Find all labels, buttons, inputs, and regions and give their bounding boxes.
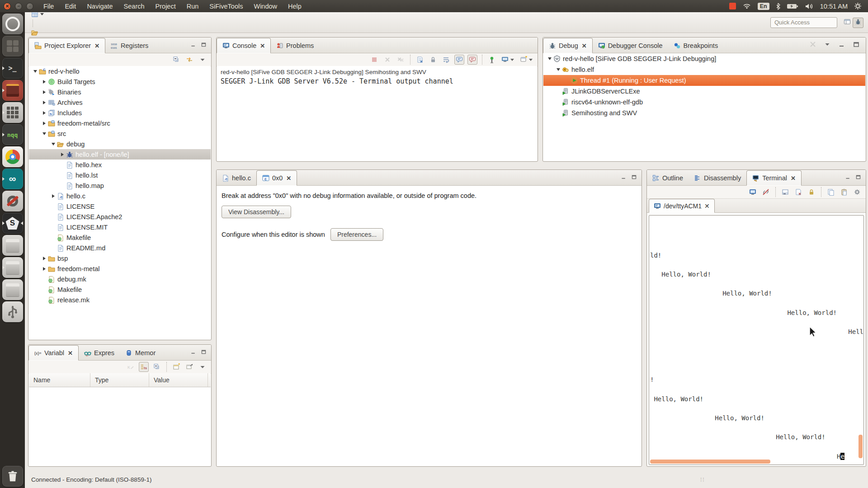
launcher-chrome-icon[interactable] <box>2 146 23 167</box>
expand-twisty-icon[interactable] <box>50 194 57 198</box>
tree-item-jlinkgdbserverclexe[interactable]: JLinkGDBServerCLExe <box>543 86 865 97</box>
tab-registers[interactable]: 10100101Registers <box>105 38 154 53</box>
new-terminal-button[interactable] <box>748 187 758 197</box>
expand-twisty-icon[interactable] <box>41 257 48 260</box>
tab-breakpoints[interactable]: Breakpoints <box>668 38 724 53</box>
tab-debug[interactable]: Debug✕ <box>543 38 593 53</box>
detach-view-button[interactable] <box>184 362 194 372</box>
dropdown-caret-icon[interactable] <box>529 59 533 61</box>
tree-item-freedom-metal[interactable]: freedom-metal <box>29 263 211 274</box>
collapse-twisty-icon[interactable] <box>555 68 562 71</box>
tab-0x0[interactable]: c0x0✕ <box>256 170 297 186</box>
terminal-screen[interactable]: ld! Hello, World! Hello, World! Hello, W… <box>649 215 864 465</box>
close-tab-icon[interactable]: ✕ <box>582 42 587 49</box>
tree-item-makefile[interactable]: Makefile <box>29 232 211 243</box>
minimize-view-icon[interactable] <box>190 348 196 357</box>
menu-window[interactable]: Window <box>249 1 282 12</box>
collapse-all-button[interactable] <box>171 55 181 65</box>
clear-console-button[interactable] <box>415 55 425 65</box>
expand-twisty-icon[interactable] <box>41 90 48 94</box>
tree-item-red-v-hello-sifive-gdb-segger-j-link-deb[interactable]: red-v-hello [SiFive GDB SEGGER J-Link De… <box>543 53 865 64</box>
view-menu-button[interactable] <box>822 39 832 49</box>
menu-help[interactable]: Help <box>283 1 306 12</box>
launcher-terminal-app-icon[interactable]: >_ <box>2 58 23 79</box>
close-tab-icon[interactable]: ✕ <box>68 350 73 357</box>
menu-project[interactable]: Project <box>151 1 180 12</box>
launcher-disk-drive-icon[interactable] <box>2 279 23 300</box>
show-types-button[interactable]: K <box>126 362 136 372</box>
close-tab-icon[interactable]: ✕ <box>260 42 265 49</box>
collapse-twisty-icon[interactable] <box>41 132 48 135</box>
show-command-input-button[interactable] <box>780 187 790 197</box>
tree-item-thread-1-running-user-request-[interactable]: Thread #1 (Running : User Request) <box>543 75 865 86</box>
close-x-button[interactable] <box>382 55 392 65</box>
launcher-trash-icon[interactable] <box>2 466 23 487</box>
volume-icon[interactable] <box>805 3 814 10</box>
view-menu-button[interactable] <box>198 362 208 372</box>
maximize-button[interactable] <box>851 39 861 49</box>
close-all-button[interactable] <box>396 55 406 65</box>
tree-item-hello-elf[interactable]: hello.elf <box>543 64 865 75</box>
bluetooth-icon[interactable] <box>776 3 780 10</box>
link-with-editor-button[interactable] <box>184 55 194 65</box>
tree-item-build-targets[interactable]: Build Targets <box>29 76 211 87</box>
launcher-ubuntu-dash-icon[interactable] <box>2 14 23 34</box>
minimize-button[interactable] <box>837 39 847 49</box>
menu-file[interactable]: File <box>39 1 58 12</box>
debug-perspective-button[interactable] <box>853 18 863 28</box>
launcher-notepadqq-icon[interactable]: nqq <box>2 124 23 145</box>
preferences-button[interactable]: Preferences... <box>330 228 383 241</box>
battery-icon[interactable] <box>787 3 798 9</box>
launcher-freedom-studio-icon[interactable]: S <box>2 213 23 234</box>
tab-memor[interactable]: Memor <box>120 345 161 360</box>
quick-access-input[interactable] <box>770 17 837 28</box>
terminal-hscrollbar[interactable] <box>650 460 770 464</box>
tab-debugger-console[interactable]: Debugger Console <box>593 38 668 53</box>
tree-item-binaries[interactable]: 10Binaries <box>29 87 211 97</box>
open-folder-button[interactable] <box>30 28 45 38</box>
launcher-workspace-switcher-icon[interactable] <box>2 36 23 56</box>
minimize-view-icon[interactable] <box>845 174 851 182</box>
collapse-all-button[interactable] <box>152 362 162 372</box>
tree-item-debug[interactable]: debug <box>29 139 211 149</box>
keyboard-layout-indicator[interactable]: En <box>758 3 769 10</box>
dropdown-caret-icon[interactable] <box>40 13 44 15</box>
maximize-window-button[interactable]: ▫ <box>26 3 33 10</box>
launcher-disk-drive-icon[interactable] <box>2 257 23 278</box>
column-header-value[interactable]: Value <box>149 373 208 387</box>
collapse-twisty-icon[interactable] <box>50 143 57 145</box>
expand-twisty-icon[interactable] <box>59 153 66 156</box>
console-content[interactable]: red-v-hello [SiFive GDB SEGGER J-Link De… <box>217 66 537 161</box>
tree-item-hello-hex[interactable]: hello.hex <box>29 160 211 170</box>
tree-item-license-apache2[interactable]: LICENSE.Apache2 <box>29 211 211 222</box>
tab-problems[interactable]: Problems <box>271 38 319 53</box>
expand-twisty-icon[interactable] <box>41 80 48 84</box>
tree-item-src[interactable]: src <box>29 128 211 139</box>
recording-indicator-icon[interactable] <box>729 3 736 9</box>
show-stderr-button[interactable] <box>467 55 477 65</box>
collapse-twisty-icon[interactable] <box>32 70 39 73</box>
tree-item-readme-md[interactable]: README.md <box>29 243 211 253</box>
word-wrap-button[interactable] <box>441 55 451 65</box>
copy-button[interactable] <box>826 187 836 197</box>
menu-navigate[interactable]: Navigate <box>82 1 117 12</box>
close-tab-icon[interactable]: ✕ <box>791 175 796 182</box>
display-console-button[interactable] <box>500 55 515 65</box>
tree-item-riscv64-unknown-elf-gdb[interactable]: riscv64-unknown-elf-gdb <box>543 97 865 108</box>
logical-structure-button[interactable]: ts <box>139 362 149 372</box>
minimize-view-icon[interactable] <box>621 174 627 182</box>
column-header-type[interactable]: Type <box>90 373 149 387</box>
view-disassembly-button[interactable]: View Disassembly... <box>222 206 291 218</box>
tree-item-hello-lst[interactable]: hello.lst <box>29 170 211 180</box>
tree-item-hello-elf-none-le-[interactable]: hello.elf - [none/le] <box>29 149 211 160</box>
show-stdout-button[interactable] <box>454 55 464 65</box>
tree-item-makefile[interactable]: Makefile <box>29 284 211 295</box>
tab-expres[interactable]: x=Expres <box>79 345 120 360</box>
paste-button[interactable] <box>839 187 849 197</box>
expand-twisty-icon[interactable] <box>41 267 48 271</box>
terminal-vscrollbar[interactable] <box>859 435 863 458</box>
tree-item-red-v-hello[interactable]: Cred-v-hello <box>29 66 211 76</box>
tab-outline[interactable]: Outline <box>647 170 689 185</box>
close-session-icon[interactable]: ✕ <box>704 202 710 210</box>
tty-session-tab[interactable]: /dev/ttyACM1 ✕ <box>649 199 715 213</box>
